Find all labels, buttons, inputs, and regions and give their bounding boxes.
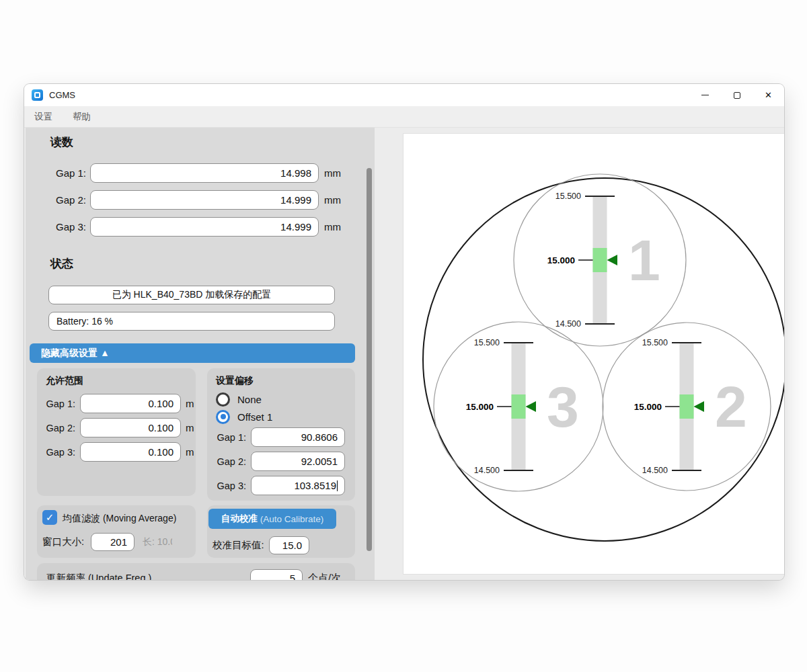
gauge-1-number: 1 [628, 228, 660, 292]
range-gap3-unit: mm [186, 446, 194, 458]
gap1-label: Gap 1: [40, 167, 86, 179]
update-frequency-row: 更新频率 (Update Freq.) 5 个点/次 [46, 569, 341, 580]
gap2-reading-field: 14.999 [90, 190, 319, 210]
gauge-3-number: 3 [547, 374, 579, 439]
content-area: 读数 Gap 1: 14.998 mm Gap 2: 14.999 mm Gap… [24, 128, 784, 580]
gauge-1-pointer-icon [607, 255, 618, 265]
gauge-2-tolerance-band [680, 394, 694, 419]
gap3-label: Gap 3: [40, 221, 86, 233]
moving-average-label: 均值滤波 (Moving Average) [63, 513, 176, 525]
status-heading: 状态 [50, 256, 73, 271]
update-frequency-unit: 个点/次 [308, 572, 341, 580]
gap1-reading-field: 14.998 [90, 163, 319, 183]
gauge-2-scale-bottom: 14.500 [642, 466, 668, 475]
calibration-group: 自动校准 (Auto Calibrate) 校准目标值: 15.0 [207, 505, 355, 558]
range-gap3-input[interactable]: 0.100 [80, 442, 181, 462]
menu-help[interactable]: 帮助 [63, 106, 101, 127]
range-row-gap1: Gap 1: 0.100 mm [44, 394, 194, 413]
gauge-1: 15.500 15.000 14.500 1 [547, 192, 660, 329]
window-size-row: 窗口大小: 201 长: 10.05 [42, 532, 172, 552]
gauge-2-value: 15.000 [634, 402, 662, 412]
battery-status-box: Battery: 16 % [48, 312, 335, 331]
hide-advanced-button[interactable]: 隐藏高级设置 ▲ [30, 343, 355, 363]
desktop: CGMS ✕ 设置 帮助 读数 Gap 1: 14.998 mm [0, 0, 807, 672]
range-gap2-input[interactable]: 0.100 [80, 418, 181, 437]
gauge-canvas: 15.500 15.000 14.500 1 15.500 [404, 134, 784, 575]
update-frequency-label: 更新频率 (Update Freq.) [46, 572, 188, 580]
gauge-1-tolerance-band [593, 248, 607, 272]
minimize-icon [701, 95, 709, 95]
offset-gap3-label: Gap 3: [213, 480, 246, 491]
gap3-unit: mm [324, 221, 341, 233]
offset-1-option[interactable]: Offset 1 [216, 409, 272, 424]
panel-scrollbar-thumb[interactable] [367, 168, 372, 551]
close-icon: ✕ [765, 91, 772, 99]
moving-average-group: ✓ 均值滤波 (Moving Average) 窗口大小: 201 长: 10.… [37, 505, 196, 558]
reading-row-gap3: Gap 3: 14.999 mm [40, 216, 341, 237]
gauge-3-value: 15.000 [466, 402, 494, 412]
gap2-unit: mm [324, 194, 341, 206]
gap2-label: Gap 2: [40, 194, 86, 206]
gauge-2-number: 2 [715, 374, 747, 439]
calibration-target-input[interactable]: 15.0 [269, 536, 309, 554]
update-frequency-group: 更新频率 (Update Freq.) 5 个点/次 [37, 563, 355, 580]
offsets-title: 设置偏移 [216, 375, 254, 387]
reading-row-gap1: Gap 1: 14.998 mm [40, 163, 341, 183]
gauge-1-scale-top: 15.500 [555, 192, 581, 201]
window-controls: ✕ [689, 84, 784, 106]
menu-bar: 设置 帮助 [24, 106, 784, 128]
gauge-3-tolerance-band [512, 394, 526, 419]
radio-offset1-icon [216, 410, 230, 424]
gauge-visualization-panel: 15.500 15.000 14.500 1 15.500 [403, 133, 784, 575]
range-gap1-label: Gap 1: [44, 398, 75, 409]
range-gap3-label: Gap 3: [44, 447, 75, 458]
range-gap1-input[interactable]: 0.100 [80, 394, 181, 413]
minimize-button[interactable] [689, 84, 721, 106]
config-status-box: 已为 HLK_B40_73BD 加载保存的配置 [48, 286, 335, 304]
allowed-range-group: 允许范围 Gap 1: 0.100 mm Gap 2: 0.100 mm Gap… [37, 368, 196, 496]
title-bar: CGMS ✕ [24, 84, 784, 106]
window-duration-text: 长: 10.05 [143, 536, 172, 548]
reading-row-gap2: Gap 2: 14.999 mm [40, 190, 341, 210]
maximize-button[interactable] [721, 84, 753, 106]
gauge-3: 15.500 15.000 14.500 3 [466, 338, 579, 475]
offset-row-gap1: Gap 1: 90.8606 [213, 427, 345, 447]
offset-none-option[interactable]: None [216, 392, 262, 407]
update-frequency-input[interactable]: 5 [250, 569, 303, 580]
offset-row-gap3: Gap 3: 103.8519 [213, 476, 345, 495]
window-title: CGMS [49, 90, 75, 100]
auto-calibrate-button[interactable]: 自动校准 (Auto Calibrate) [208, 509, 336, 529]
range-row-gap3: Gap 3: 0.100 mm [44, 442, 194, 462]
offset-gap2-input[interactable]: 92.0051 [251, 452, 345, 471]
range-gap2-unit: mm [186, 422, 194, 433]
radio-none-label: None [237, 394, 262, 405]
auto-calibrate-label-cn: 自动校准 [221, 513, 258, 525]
close-button[interactable]: ✕ [753, 84, 784, 106]
offset-gap1-input[interactable]: 90.8606 [251, 427, 345, 447]
range-gap2-label: Gap 2: [44, 423, 75, 433]
gauge-3-scale-top: 15.500 [474, 338, 500, 347]
gap3-reading-field: 14.999 [90, 217, 319, 237]
gauge-1-scale-bottom: 14.500 [555, 319, 581, 329]
auto-calibrate-label-en: (Auto Calibrate) [260, 514, 324, 524]
window-size-input[interactable]: 201 [91, 533, 134, 551]
gauge-2-pointer-icon [694, 401, 705, 412]
app-icon [32, 89, 43, 101]
offset-gap3-input[interactable]: 103.8519 [251, 476, 345, 495]
calibration-target-row: 校准目标值: 15.0 [213, 536, 309, 555]
moving-average-checkbox[interactable]: ✓ [42, 510, 57, 525]
calibration-target-label: 校准目标值: [213, 539, 269, 552]
readings-heading: 读数 [50, 134, 73, 150]
maximize-icon [734, 92, 740, 99]
range-row-gap2: Gap 2: 0.100 mm [44, 418, 194, 437]
radio-offset1-label: Offset 1 [237, 411, 272, 423]
offsets-group: 设置偏移 None Offset 1 Gap 1: 90.8606 Gap [207, 368, 355, 501]
gauge-2-scale-top: 15.500 [642, 338, 668, 347]
radio-none-icon [216, 392, 230, 407]
window-size-label: 窗口大小: [42, 536, 91, 548]
gap1-unit: mm [324, 167, 341, 179]
gauge-3-pointer-icon [526, 401, 537, 412]
gauge-1-value: 15.000 [547, 255, 575, 265]
offset-gap1-label: Gap 1: [213, 432, 246, 443]
menu-settings[interactable]: 设置 [24, 106, 63, 127]
